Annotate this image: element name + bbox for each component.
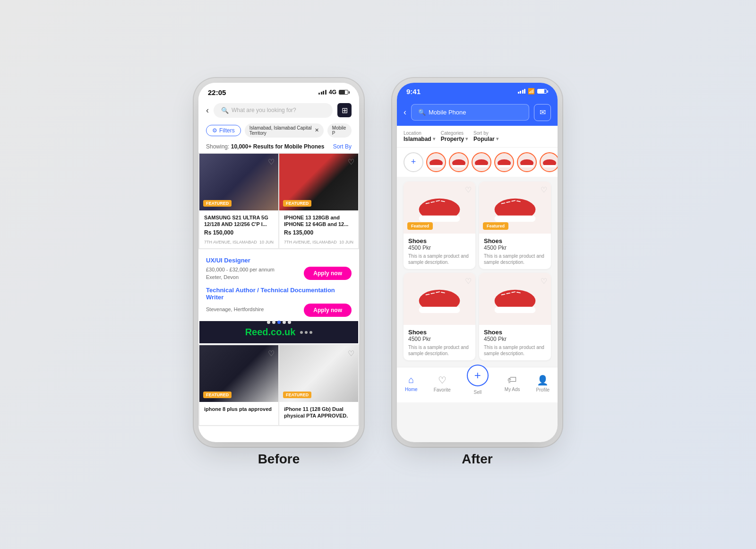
- thumb-2[interactable]: [449, 152, 469, 172]
- product-info-3: iphone 8 plus pta approved: [199, 402, 278, 418]
- heart-btn-r4[interactable]: ♡: [541, 277, 547, 286]
- product-meta-1: 7TH AVENUE, ISLAMABAD 10 JUN: [204, 240, 274, 244]
- nav-favorite-label: Favorite: [434, 387, 451, 392]
- product-location-1: 7TH AVENUE, ISLAMABAD: [204, 240, 257, 244]
- filter-sortby[interactable]: Sort by Popular: [473, 131, 498, 142]
- svg-rect-15: [419, 215, 460, 221]
- shoe-svg-r1: [416, 191, 463, 224]
- signal-bar-4: [325, 90, 326, 95]
- product-grid-top: FEATURED ♡ SAMSUNG S21 ULTRA 5G 12/128 A…: [198, 153, 359, 250]
- search-icon-left: 🔍: [221, 107, 229, 114]
- back-button-left[interactable]: ‹: [206, 105, 209, 115]
- signal-bars-left: [318, 90, 326, 95]
- status-time-left: 22:05: [208, 88, 226, 96]
- mail-button[interactable]: ✉: [534, 104, 551, 121]
- search-input-left[interactable]: 🔍 What are you looking for?: [214, 103, 333, 118]
- ad-job1-title: UX/UI Designer: [206, 257, 352, 264]
- sort-button[interactable]: Sort By: [333, 143, 352, 150]
- network-type-left: 4G: [329, 89, 336, 96]
- thumb-shoe-1: [427, 153, 445, 171]
- product-card-1[interactable]: FEATURED ♡ SAMSUNG S21 ULTRA 5G 12/128 A…: [199, 154, 278, 249]
- svg-rect-27: [419, 306, 460, 313]
- dot-4: [283, 321, 286, 324]
- product-title-2: IPHONE 13 128GB and IPHONE 12 64GB and 1…: [284, 214, 353, 228]
- product-card-r4[interactable]: ♡ Shoes 4500 Pkr This is a sample produc…: [479, 273, 551, 360]
- product-name-r1: Shoes: [408, 237, 471, 244]
- shoe-svg-r2: [491, 191, 539, 224]
- dot-2: [272, 321, 275, 324]
- thumb-4[interactable]: [494, 152, 514, 172]
- filter-bar-right: Location Islamabad Categories Property S…: [397, 126, 558, 148]
- nav-favorite[interactable]: ♡ Favorite: [434, 375, 451, 392]
- product-card-r1[interactable]: Featured ♡ Shoes 4500 Pkr This is a samp…: [404, 182, 475, 269]
- apply-btn-1[interactable]: Apply now: [304, 267, 352, 280]
- signal-bar-1: [318, 93, 320, 95]
- heart-btn-3[interactable]: ♡: [268, 349, 275, 358]
- product-card-2[interactable]: FEATURED ♡ IPHONE 13 128GB and IPHONE 12…: [279, 154, 358, 249]
- thumb-shoe-2: [450, 153, 468, 171]
- heart-btn-r2[interactable]: ♡: [541, 185, 547, 194]
- results-count: 10,000+ Results for Mobile Phones: [231, 143, 325, 150]
- product-img-3: FEATURED ♡: [199, 345, 278, 402]
- ad-job2-location: Stevenage, Hertfordshire: [206, 306, 264, 312]
- product-card-r2[interactable]: Featured ♡ Shoes 4500 Pkr This is a samp…: [479, 182, 551, 269]
- thumb-1[interactable]: [426, 152, 446, 172]
- thumb-3[interactable]: [472, 152, 491, 172]
- shoe-svg-r4: [491, 282, 539, 315]
- signal-bar-r3: [522, 90, 524, 94]
- signal-bar-r1: [518, 92, 519, 94]
- product-img-2: FEATURED ♡: [279, 154, 358, 210]
- back-button-right[interactable]: ‹: [404, 107, 406, 117]
- ad-job2-title: Technical Author / Technical Documentati…: [206, 287, 352, 301]
- filter-chip-mobile[interactable]: Mobile P: [327, 123, 352, 138]
- thumb-shoe-3: [472, 153, 490, 171]
- sell-button[interactable]: +: [467, 365, 489, 386]
- status-icons-right: 📶: [518, 88, 549, 95]
- reed-logo-suffix: .co.uk: [268, 327, 296, 337]
- battery-tip-right: [547, 90, 548, 93]
- nav-myads[interactable]: 🏷 My Ads: [505, 375, 520, 392]
- dot-3: [277, 321, 281, 324]
- battery-fill-right: [538, 89, 544, 93]
- chip-location-text: Islamabad, Islamabad Capital Territory: [249, 125, 313, 136]
- filter-categories[interactable]: Categories Property: [441, 131, 468, 142]
- filter-location[interactable]: Location Islamabad: [404, 131, 435, 142]
- thumb-add[interactable]: +: [404, 152, 423, 172]
- product-card-r3[interactable]: ♡ Shoes 4500 Pkr This is a sample produc…: [404, 273, 475, 360]
- filter-categories-label: Categories: [441, 131, 468, 136]
- nav-profile[interactable]: 👤 Profile: [536, 375, 550, 392]
- thumb-6[interactable]: [540, 152, 558, 172]
- battery-fill-left: [339, 90, 345, 94]
- heart-btn-r1[interactable]: ♡: [465, 185, 472, 194]
- nav-sell[interactable]: + Sell: [467, 372, 489, 395]
- battery-right: [537, 89, 548, 94]
- heart-btn-1[interactable]: ♡: [268, 157, 275, 166]
- signal-bars-right: [518, 89, 526, 94]
- nav-home[interactable]: ⌂ Home: [405, 375, 418, 392]
- heart-btn-4[interactable]: ♡: [348, 349, 354, 358]
- results-showing: Showing:: [206, 143, 229, 150]
- grid-icon-left[interactable]: [337, 103, 352, 117]
- filters-button[interactable]: ⚙ Filters: [206, 125, 241, 136]
- reed-logo: Reed.co.uk: [245, 327, 296, 338]
- product-card-4[interactable]: FEATURED ♡ iPhone 11 (128 Gb) Dual physi…: [279, 345, 358, 425]
- svg-rect-21: [495, 215, 536, 221]
- home-icon: ⌂: [408, 375, 414, 385]
- product-name-r2: Shoes: [484, 237, 546, 244]
- chip-close-icon[interactable]: ✕: [315, 127, 319, 133]
- heart-btn-2[interactable]: ♡: [348, 157, 354, 166]
- featured-badge-1: FEATURED: [203, 200, 232, 207]
- after-phone-frame: 9:41 📶: [397, 83, 558, 442]
- apply-btn-2[interactable]: Apply now: [304, 304, 352, 317]
- search-input-right[interactable]: 🔍 Mobile Phone: [411, 104, 529, 121]
- nav-home-label: Home: [405, 387, 418, 392]
- thumb-5[interactable]: [517, 152, 537, 172]
- filter-sortby-value: Popular: [473, 136, 498, 142]
- svg-rect-7: [498, 165, 511, 167]
- heart-btn-r3[interactable]: ♡: [465, 277, 472, 286]
- product-price-1: Rs 150,000: [204, 229, 274, 236]
- product-card-3[interactable]: FEATURED ♡ iphone 8 plus pta approved: [199, 345, 278, 425]
- battery-left: [339, 90, 350, 95]
- product-date-2: 10 JUN: [339, 240, 353, 244]
- filter-chip-location[interactable]: Islamabad, Islamabad Capital Territory ✕: [245, 123, 324, 138]
